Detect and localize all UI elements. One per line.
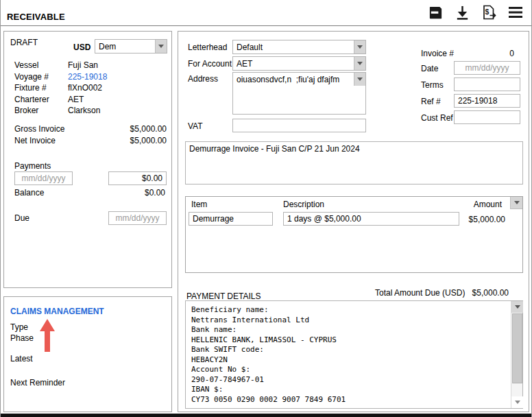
description-input[interactable] — [283, 212, 459, 226]
claims-management-link[interactable]: CLAIMS MANAGEMENT — [10, 307, 104, 316]
payment-amount-input[interactable] — [108, 171, 167, 185]
terms-label: Terms — [421, 80, 444, 90]
claim-latest-label: Latest — [10, 354, 33, 364]
claim-phase-label: Phase — [10, 333, 34, 343]
broker-label: Broker — [14, 106, 38, 115]
charterer-value: AET — [68, 95, 84, 104]
balance-label: Balance — [14, 188, 44, 198]
total-due-label: Total Amount Due (USD) — [375, 288, 465, 298]
items-table: Item Description Amount $5,000.00 — [185, 196, 523, 273]
payment-details-textarea[interactable]: Beneficiary name: Nettrans International… — [186, 301, 511, 408]
charterer-label: Charterer — [14, 95, 49, 104]
vessel-row: Vessel Fuji San — [14, 60, 167, 70]
vessel-value: Fuji San — [68, 60, 98, 70]
claim-type-label: Type — [10, 322, 28, 332]
chevron-down-icon[interactable] — [510, 197, 522, 209]
invoice-type-dropdown[interactable] — [95, 39, 167, 53]
chevron-down-icon[interactable] — [354, 40, 365, 53]
vat-label: VAT — [188, 121, 203, 131]
broker-row: Broker Clarkson — [14, 106, 167, 115]
svg-text:$: $ — [485, 8, 489, 16]
for-account-label: For Account — [188, 59, 232, 69]
due-date-input[interactable] — [108, 211, 167, 225]
due-label: Due — [14, 213, 29, 223]
payment-date-input[interactable] — [14, 171, 73, 185]
gross-invoice-value: $5,000.00 — [98, 124, 167, 134]
cust-ref-label: Cust Ref — [421, 113, 453, 123]
scrollbar-thumb[interactable] — [512, 313, 522, 383]
address-dropdown[interactable]: oiuasonsdvcf,n ;fiu'aj dfajfm — [232, 72, 366, 115]
vessel-label: Vessel — [14, 60, 38, 70]
for-account-dropdown[interactable] — [232, 56, 366, 71]
ref-label: Ref # — [421, 97, 441, 106]
terms-input[interactable] — [454, 78, 520, 91]
invoice-date-input[interactable] — [454, 61, 520, 75]
letterhead-label: Letterhead — [188, 43, 227, 52]
cust-ref-input[interactable] — [454, 110, 520, 124]
fixture-row: Fixture # flXnO002 — [14, 83, 167, 93]
ref-input[interactable] — [454, 94, 520, 108]
address-textarea[interactable]: oiuasonsdvcf,n ;fiu'aj dfajfm — [232, 72, 366, 115]
amount-column-header: Amount — [461, 200, 502, 209]
amount-value: $5,000.00 — [457, 215, 505, 224]
broker-value: Clarkson — [68, 106, 100, 115]
annotation-arrow-up-icon — [39, 318, 56, 353]
address-label: Address — [188, 74, 218, 84]
for-account-input[interactable] — [232, 56, 366, 71]
status-badge: DRAFT — [10, 38, 38, 47]
invoice-title-textarea[interactable]: Demurrage Invoice - Fuji San C/P 21 Jun … — [185, 141, 523, 184]
fixture-label: Fixture # — [14, 83, 47, 93]
voyage-label: Voyage # — [14, 72, 49, 82]
fixture-value: flXnO002 — [68, 83, 102, 93]
receivable-window: RECEIVABLE $ DRAFT USD Vessel Fuji San V… — [0, 0, 532, 417]
draft-panel: DRAFT USD Vessel Fuji San Voyage # 225-1… — [3, 31, 172, 288]
gross-invoice-row: Gross Invoice $5,000.00 — [14, 124, 167, 134]
invoice-no-label: Invoice # — [421, 49, 454, 58]
header-toolbar: $ — [426, 3, 524, 21]
balance-value: $0.00 — [97, 188, 165, 198]
post-invoice-icon[interactable]: $ — [480, 3, 498, 21]
net-invoice-label: Net Invoice — [14, 136, 56, 145]
scroll-down-icon[interactable] — [511, 396, 523, 408]
letterhead-dropdown[interactable] — [232, 40, 366, 54]
menu-icon[interactable] — [507, 3, 524, 21]
download-icon[interactable] — [453, 3, 471, 21]
chevron-down-icon[interactable] — [354, 73, 365, 86]
scrollbar[interactable] — [511, 301, 522, 408]
net-invoice-value: $5,000.00 — [98, 136, 167, 145]
date-label: Date — [421, 64, 438, 73]
voyage-link[interactable]: 225-19018 — [68, 72, 107, 82]
save-icon[interactable] — [426, 3, 444, 21]
invoice-panel: Letterhead For Account Address oiuasonsd… — [178, 31, 529, 412]
currency-label: USD — [73, 43, 90, 52]
chevron-down-icon[interactable] — [155, 40, 167, 53]
payments-label: Payments — [14, 161, 51, 171]
total-due-value: $5,000.00 — [461, 288, 509, 298]
item-column-header: Item — [191, 200, 207, 209]
claims-panel: CLAIMS MANAGEMENT Type Phase Latest Next… — [3, 296, 172, 412]
item-input[interactable] — [189, 212, 273, 226]
next-reminder-label: Next Reminder — [10, 378, 65, 388]
description-column-header: Description — [283, 200, 324, 209]
window-bottom-edge — [1, 414, 532, 417]
page-title: RECEIVABLE — [7, 12, 65, 22]
voyage-row: Voyage # 225-19018 — [14, 72, 167, 82]
chevron-down-icon[interactable] — [354, 57, 365, 70]
gross-invoice-label: Gross Invoice — [14, 124, 64, 134]
payment-details-label: PAYMENT DETAILS — [186, 291, 261, 301]
header-divider — [1, 25, 532, 26]
letterhead-input[interactable] — [232, 40, 366, 54]
net-invoice-row: Net Invoice $5,000.00 — [14, 136, 167, 145]
invoice-no-value: 0 — [473, 49, 514, 58]
charterer-row: Charterer AET — [14, 95, 167, 104]
scroll-up-icon[interactable] — [511, 301, 523, 313]
vat-input[interactable] — [232, 119, 366, 132]
payment-details-field: Beneficiary name: Nettrans International… — [185, 300, 523, 409]
